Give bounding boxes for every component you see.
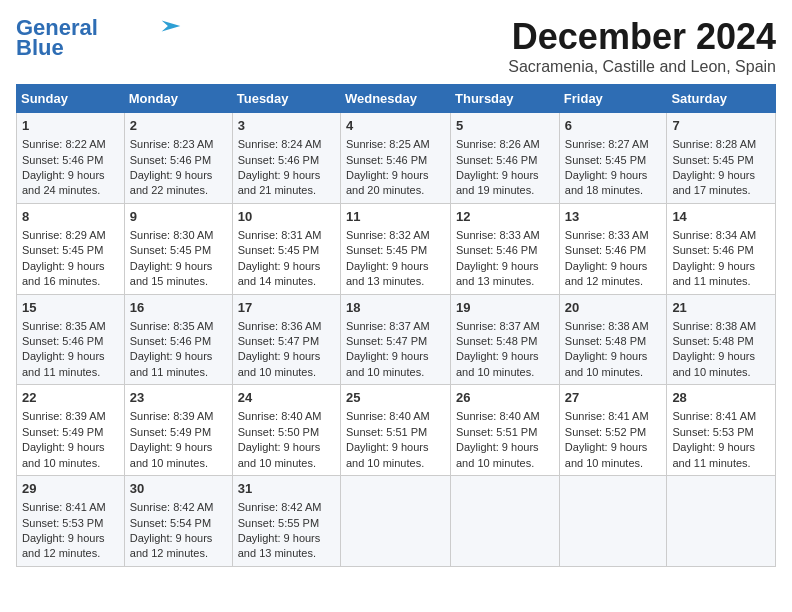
sunset: Sunset: 5:50 PM (238, 426, 319, 438)
sunset: Sunset: 5:46 PM (130, 335, 211, 347)
sunrise: Sunrise: 8:28 AM (672, 138, 756, 150)
title-area: December 2024 Sacramenia, Castille and L… (508, 16, 776, 76)
sunset: Sunset: 5:54 PM (130, 517, 211, 529)
daylight: Daylight: 9 hours and 13 minutes. (456, 260, 539, 287)
day-number: 21 (672, 299, 770, 317)
calendar-cell: 31Sunrise: 8:42 AMSunset: 5:55 PMDayligh… (232, 476, 340, 567)
sunrise: Sunrise: 8:36 AM (238, 320, 322, 332)
sunset: Sunset: 5:46 PM (456, 154, 537, 166)
sunrise: Sunrise: 8:41 AM (672, 410, 756, 422)
logo-blue: Blue (16, 36, 64, 60)
day-number: 12 (456, 208, 554, 226)
sunset: Sunset: 5:53 PM (22, 517, 103, 529)
daylight: Daylight: 9 hours and 18 minutes. (565, 169, 648, 196)
daylight: Daylight: 9 hours and 16 minutes. (22, 260, 105, 287)
sunrise: Sunrise: 8:35 AM (22, 320, 106, 332)
daylight: Daylight: 9 hours and 10 minutes. (456, 350, 539, 377)
sunrise: Sunrise: 8:32 AM (346, 229, 430, 241)
daylight: Daylight: 9 hours and 11 minutes. (672, 441, 755, 468)
day-number: 8 (22, 208, 119, 226)
daylight: Daylight: 9 hours and 10 minutes. (565, 350, 648, 377)
daylight: Daylight: 9 hours and 11 minutes. (672, 260, 755, 287)
sunrise: Sunrise: 8:40 AM (238, 410, 322, 422)
daylight: Daylight: 9 hours and 22 minutes. (130, 169, 213, 196)
daylight: Daylight: 9 hours and 12 minutes. (130, 532, 213, 559)
daylight: Daylight: 9 hours and 10 minutes. (238, 350, 321, 377)
sunset: Sunset: 5:45 PM (238, 244, 319, 256)
weekday-header-saturday: Saturday (667, 85, 776, 113)
daylight: Daylight: 9 hours and 10 minutes. (22, 441, 105, 468)
sunset: Sunset: 5:52 PM (565, 426, 646, 438)
weekday-header-wednesday: Wednesday (340, 85, 450, 113)
sunset: Sunset: 5:46 PM (565, 244, 646, 256)
calendar-cell: 14Sunrise: 8:34 AMSunset: 5:46 PMDayligh… (667, 203, 776, 294)
sunrise: Sunrise: 8:25 AM (346, 138, 430, 150)
calendar-cell: 21Sunrise: 8:38 AMSunset: 5:48 PMDayligh… (667, 294, 776, 385)
sunrise: Sunrise: 8:40 AM (346, 410, 430, 422)
sunset: Sunset: 5:45 PM (22, 244, 103, 256)
calendar-week-2: 8Sunrise: 8:29 AMSunset: 5:45 PMDaylight… (17, 203, 776, 294)
calendar-cell: 19Sunrise: 8:37 AMSunset: 5:48 PMDayligh… (451, 294, 560, 385)
calendar-cell: 18Sunrise: 8:37 AMSunset: 5:47 PMDayligh… (340, 294, 450, 385)
calendar-cell: 27Sunrise: 8:41 AMSunset: 5:52 PMDayligh… (559, 385, 667, 476)
daylight: Daylight: 9 hours and 10 minutes. (238, 441, 321, 468)
subtitle: Sacramenia, Castille and Leon, Spain (508, 58, 776, 76)
calendar-cell: 10Sunrise: 8:31 AMSunset: 5:45 PMDayligh… (232, 203, 340, 294)
calendar-cell: 30Sunrise: 8:42 AMSunset: 5:54 PMDayligh… (124, 476, 232, 567)
day-number: 1 (22, 117, 119, 135)
sunrise: Sunrise: 8:23 AM (130, 138, 214, 150)
sunrise: Sunrise: 8:33 AM (456, 229, 540, 241)
daylight: Daylight: 9 hours and 14 minutes. (238, 260, 321, 287)
weekday-header-thursday: Thursday (451, 85, 560, 113)
day-number: 7 (672, 117, 770, 135)
sunset: Sunset: 5:47 PM (238, 335, 319, 347)
svg-marker-0 (162, 21, 181, 32)
daylight: Daylight: 9 hours and 21 minutes. (238, 169, 321, 196)
calendar-cell (451, 476, 560, 567)
header: General Blue December 2024 Sacramenia, C… (16, 16, 776, 76)
logo: General Blue (16, 16, 186, 60)
sunset: Sunset: 5:48 PM (456, 335, 537, 347)
daylight: Daylight: 9 hours and 20 minutes. (346, 169, 429, 196)
calendar-cell: 6Sunrise: 8:27 AMSunset: 5:45 PMDaylight… (559, 113, 667, 204)
sunset: Sunset: 5:46 PM (238, 154, 319, 166)
calendar-cell: 4Sunrise: 8:25 AMSunset: 5:46 PMDaylight… (340, 113, 450, 204)
sunset: Sunset: 5:45 PM (130, 244, 211, 256)
day-number: 18 (346, 299, 445, 317)
sunrise: Sunrise: 8:42 AM (238, 501, 322, 513)
daylight: Daylight: 9 hours and 10 minutes. (565, 441, 648, 468)
daylight: Daylight: 9 hours and 10 minutes. (672, 350, 755, 377)
weekday-header-friday: Friday (559, 85, 667, 113)
day-number: 11 (346, 208, 445, 226)
sunrise: Sunrise: 8:31 AM (238, 229, 322, 241)
sunset: Sunset: 5:45 PM (346, 244, 427, 256)
sunrise: Sunrise: 8:33 AM (565, 229, 649, 241)
day-number: 15 (22, 299, 119, 317)
calendar-cell: 17Sunrise: 8:36 AMSunset: 5:47 PMDayligh… (232, 294, 340, 385)
daylight: Daylight: 9 hours and 11 minutes. (130, 350, 213, 377)
sunset: Sunset: 5:45 PM (565, 154, 646, 166)
sunset: Sunset: 5:51 PM (346, 426, 427, 438)
calendar-cell: 23Sunrise: 8:39 AMSunset: 5:49 PMDayligh… (124, 385, 232, 476)
sunset: Sunset: 5:55 PM (238, 517, 319, 529)
calendar-cell (559, 476, 667, 567)
calendar-cell: 3Sunrise: 8:24 AMSunset: 5:46 PMDaylight… (232, 113, 340, 204)
daylight: Daylight: 9 hours and 13 minutes. (346, 260, 429, 287)
weekday-header-row: SundayMondayTuesdayWednesdayThursdayFrid… (17, 85, 776, 113)
sunrise: Sunrise: 8:34 AM (672, 229, 756, 241)
calendar-cell: 9Sunrise: 8:30 AMSunset: 5:45 PMDaylight… (124, 203, 232, 294)
calendar-cell: 25Sunrise: 8:40 AMSunset: 5:51 PMDayligh… (340, 385, 450, 476)
calendar-cell: 29Sunrise: 8:41 AMSunset: 5:53 PMDayligh… (17, 476, 125, 567)
sunrise: Sunrise: 8:30 AM (130, 229, 214, 241)
sunset: Sunset: 5:46 PM (456, 244, 537, 256)
calendar-week-1: 1Sunrise: 8:22 AMSunset: 5:46 PMDaylight… (17, 113, 776, 204)
calendar-cell: 16Sunrise: 8:35 AMSunset: 5:46 PMDayligh… (124, 294, 232, 385)
day-number: 16 (130, 299, 227, 317)
day-number: 10 (238, 208, 335, 226)
sunrise: Sunrise: 8:22 AM (22, 138, 106, 150)
day-number: 30 (130, 480, 227, 498)
daylight: Daylight: 9 hours and 11 minutes. (22, 350, 105, 377)
day-number: 17 (238, 299, 335, 317)
calendar-cell: 15Sunrise: 8:35 AMSunset: 5:46 PMDayligh… (17, 294, 125, 385)
sunset: Sunset: 5:46 PM (22, 335, 103, 347)
